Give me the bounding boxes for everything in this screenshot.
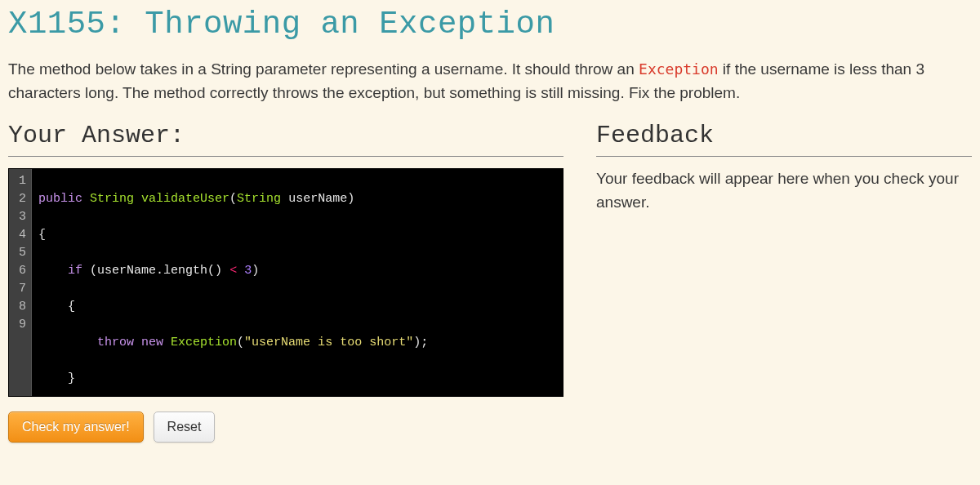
code-editor[interactable]: 1 2 3 4 5 6 7 8 9 public String validate…: [8, 168, 564, 397]
check-answer-button[interactable]: Check my answer!: [8, 412, 144, 443]
columns: Your Answer: 1 2 3 4 5 6 7 8 9 public St…: [8, 122, 972, 443]
right-column: Feedback Your feedback will appear here …: [596, 122, 972, 443]
editor-code-area[interactable]: public String validateUser(String userNa…: [32, 169, 563, 396]
your-answer-heading: Your Answer:: [8, 122, 564, 157]
problem-text-pre: The method below takes in a String param…: [8, 60, 639, 78]
button-row: Check my answer! Reset: [8, 412, 564, 443]
line-number: 7: [14, 280, 26, 298]
problem-statement: The method below takes in a String param…: [8, 57, 972, 105]
code-line[interactable]: public String validateUser(String userNa…: [38, 190, 556, 208]
problem-code-inline: Exception: [639, 60, 719, 78]
code-line[interactable]: }: [38, 370, 556, 388]
line-number: 3: [14, 208, 26, 226]
line-number: 2: [14, 190, 26, 208]
feedback-heading: Feedback: [596, 122, 972, 157]
line-number: 8: [14, 298, 26, 316]
reset-button[interactable]: Reset: [154, 412, 216, 443]
line-number: 5: [14, 244, 26, 262]
editor-gutter: 1 2 3 4 5 6 7 8 9: [9, 169, 32, 396]
code-line[interactable]: throw new Exception("userName is too sho…: [38, 334, 556, 352]
code-line[interactable]: if (userName.length() < 3): [38, 262, 556, 280]
page-title: X1155: Throwing an Exception: [8, 7, 972, 42]
line-number: 6: [14, 262, 26, 280]
code-line[interactable]: {: [38, 298, 556, 316]
page-root: X1155: Throwing an Exception The method …: [0, 0, 980, 467]
feedback-placeholder-text: Your feedback will appear here when you …: [596, 167, 972, 215]
line-number: 9: [14, 316, 26, 334]
line-number: 1: [14, 172, 26, 190]
line-number: 4: [14, 226, 26, 244]
code-line[interactable]: {: [38, 226, 556, 244]
left-column: Your Answer: 1 2 3 4 5 6 7 8 9 public St…: [8, 122, 564, 443]
